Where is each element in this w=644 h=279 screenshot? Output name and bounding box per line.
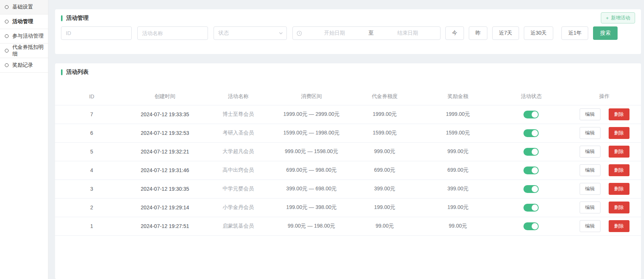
cell-id: 5 [55,142,128,161]
activity-status-toggle[interactable] [523,204,539,212]
column-header: ID [55,88,128,105]
delete-button[interactable]: 删除 [609,108,629,120]
cell-status [494,180,568,198]
edit-button[interactable]: 编辑 [580,164,600,176]
sidebar-item-2[interactable]: 活动管理 [0,15,48,29]
cell-status [494,124,568,142]
sidebar-item-5[interactable]: 奖励记录 [0,58,48,73]
activity-status-toggle[interactable] [523,222,539,230]
cell-created: 2024-07-12 19:27:51 [128,217,202,235]
activity-list-title: 活动列表 [55,63,641,76]
delete-button[interactable]: 删除 [609,183,629,195]
quick-date-button-today[interactable]: 今 [445,26,464,40]
circle-icon [5,49,9,53]
table-row: 62024-07-12 19:32:53考研入圣会员1599.00元 — 199… [55,124,641,142]
edit-button[interactable]: 编辑 [580,202,600,213]
edit-button[interactable]: 编辑 [580,127,600,139]
end-date-placeholder[interactable]: 结束日期 [375,30,440,37]
cell-range: 1599.00元 — 1998.00元 [275,124,348,142]
cell-actions: 编辑删除 [568,105,641,124]
cell-reward: 199.00元 [421,198,494,217]
cell-status [494,161,568,180]
id-filter-input[interactable] [61,26,132,40]
cell-actions: 编辑删除 [568,161,641,180]
activity-status-toggle[interactable] [523,185,539,193]
start-date-placeholder[interactable]: 开始日期 [302,30,367,37]
table-row: 32024-07-12 19:30:35中学元婴会员399.00元 — 698.… [55,180,641,198]
cell-coupon: 99.00元 [348,217,422,235]
cell-created: 2024-07-12 19:31:46 [128,161,202,180]
cell-coupon: 199.00元 [348,198,422,217]
clock-icon [297,31,302,36]
delete-button[interactable]: 删除 [609,146,629,158]
status-select-placeholder: 状态 [218,30,229,37]
date-range-picker[interactable]: 开始日期 至 结束日期 [292,26,440,40]
cell-created: 2024-07-12 19:30:35 [128,180,202,198]
cell-actions: 编辑删除 [568,198,641,217]
cell-name: 小学金丹会员 [202,198,275,217]
cell-status [494,105,568,124]
activity-status-toggle[interactable] [523,167,539,174]
cell-coupon: 1599.00元 [348,124,422,142]
activity-table: ID创建时间活动名称消费区间代金券额度奖励金额活动状态操作 72024-07-1… [55,88,641,236]
cell-name: 大学超凡会员 [202,142,275,161]
cell-status [494,142,568,161]
cell-created: 2024-07-12 19:32:53 [128,124,202,142]
chevron-down-icon [279,31,283,35]
edit-button[interactable]: 编辑 [580,146,600,158]
activity-status-toggle[interactable] [523,129,539,137]
cell-actions: 编辑删除 [568,124,641,142]
delete-button[interactable]: 删除 [609,127,629,139]
cell-coupon: 699.00元 [348,161,422,180]
page-title: 活动管理 [66,15,89,22]
column-header: 奖励金额 [421,88,494,105]
circle-icon [5,34,9,38]
cell-name: 启蒙筑基会员 [202,217,275,235]
table-row: 12024-07-12 19:27:51启蒙筑基会员99.00元 — 198.0… [55,217,641,235]
add-activity-label: 新增活动 [611,15,630,21]
cell-name: 中学元婴会员 [202,180,275,198]
quick-date-button-yesterday[interactable]: 昨 [469,26,487,40]
activity-status-toggle[interactable] [523,111,539,118]
cell-reward: 99.00元 [421,217,494,235]
quick-date-button-last-7-days[interactable]: 近7天 [492,26,519,40]
cell-name: 博士至尊会员 [202,105,275,124]
edit-button[interactable]: 编辑 [580,108,600,120]
sidebar-item-label: 代金券抵扣明细 [12,44,48,57]
toggle-knob [532,223,538,229]
cell-id: 1 [55,217,128,235]
delete-button[interactable]: 删除 [609,164,629,176]
delete-button[interactable]: 删除 [609,220,629,232]
filter-bar: 状态 开始日期 至 结束日期 今昨近7天近30天近1年 搜索 [55,26,641,40]
status-select[interactable]: 状态 [214,26,287,40]
sidebar-item-3[interactable]: 参与活动管理 [0,29,48,44]
column-header: 创建时间 [128,88,202,105]
activity-management-card: 活动管理 + 新增活动 状态 开始日期 [55,9,641,54]
column-header: 消费区间 [275,88,348,105]
quick-date-button-last-30-days[interactable]: 近30天 [524,26,554,40]
search-button[interactable]: 搜索 [593,26,618,40]
cell-reward: 999.00元 [421,142,494,161]
date-separator: 至 [367,30,375,37]
activity-status-toggle[interactable] [523,148,539,156]
cell-range: 999.00元 — 1598.00元 [275,142,348,161]
sidebar-item-4[interactable]: 代金券抵扣明细 [0,44,48,58]
delete-button[interactable]: 删除 [609,202,629,213]
cell-status [494,217,568,235]
activity-name-filter-input[interactable] [137,26,208,40]
cell-range: 1999.00元 — 2999.00元 [275,105,348,124]
sidebar-item-1[interactable]: 基础设置 [0,0,48,15]
edit-button[interactable]: 编辑 [580,183,600,195]
add-activity-button[interactable]: + 新增活动 [601,12,635,23]
quick-date-button-last-1-year[interactable]: 近1年 [561,26,588,40]
cell-created: 2024-07-12 19:29:14 [128,198,202,217]
column-header: 活动名称 [202,88,275,105]
cell-reward: 1599.00元 [421,124,494,142]
circle-icon [5,63,9,67]
circle-icon [5,5,9,9]
cell-actions: 编辑删除 [568,217,641,235]
cell-created: 2024-07-12 19:32:21 [128,142,202,161]
toggle-knob [532,149,538,155]
cell-coupon: 1999.00元 [348,105,422,124]
edit-button[interactable]: 编辑 [580,220,600,232]
